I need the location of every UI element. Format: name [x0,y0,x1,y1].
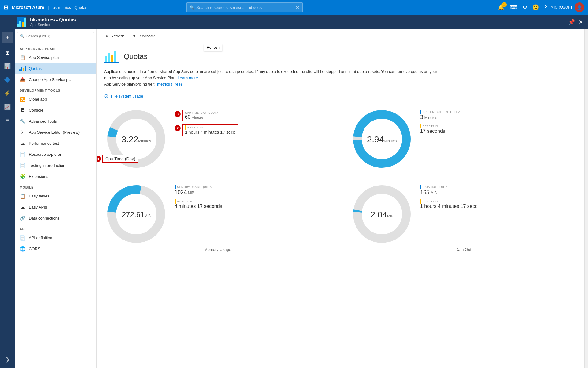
icon-sidebar: + ⊞ 📊 🔷 ⚡ 📈 ≡ ❯ [0,29,15,368]
extensions-icon: 🧩 [20,173,26,179]
sidebar-item-label-change-plan: Change App Service plan [29,77,74,82]
sidebar-item-app-service-editor[interactable]: ⟨/⟩ App Service Editor (Preview) [15,127,96,138]
azure-logo: ⊞ [4,4,8,11]
icon-sidebar-resources[interactable]: 🔷 [1,74,13,86]
icon-sidebar-monitoring[interactable]: 📈 [1,101,13,113]
cors-icon: 🌐 [20,246,26,252]
memory-quota-label: MEMORY USAGE QUOTA [177,186,212,189]
plan-link[interactable]: metrics (Free) [157,82,182,86]
sidebar-search-input-wrapper[interactable]: 🔍 [17,32,94,40]
sidebar-item-resource-explorer[interactable]: 📄 Resource explorer [15,149,96,160]
cpu-day-quota-value: 60 [185,114,190,120]
data-connections-icon: 🔗 [20,215,26,221]
cloud-shell-icon[interactable]: ⌨ [508,3,519,12]
sidebar-item-label-app-service-plan: App Service plan [29,55,59,60]
toolbar: ↻ Refresh ♥ Feedback Refresh [97,29,584,43]
sidebar-item-change-plan[interactable]: 📤 Change App Service plan [15,74,96,85]
bar-chart-logo [17,17,26,27]
notification-badge: 1 [502,2,507,7]
quota-bar-short [420,110,421,114]
search-bar[interactable]: 🔍 ✕ [186,2,303,12]
sidebar-item-api-definition[interactable]: 📄 API definition [15,232,96,243]
icon-sidebar-dashboard[interactable]: ⊞ [1,47,13,59]
search-clear-icon[interactable]: ✕ [296,5,299,10]
sidebar-item-cors[interactable]: 🌐 CORS [15,243,96,254]
app-service-label: App Service [30,23,76,27]
cpu-day-resets-row: 2 RESETS IN: 1 hours 4 minutes 17 seco [175,124,238,136]
sidebar-item-testing-in-production[interactable]: 📄 Testing in production [15,160,96,171]
right-scrollbar[interactable] [584,29,588,368]
section-dev-tools: DEVELOPMENT TOOLS 🔀 Clone app 🖥 Console … [15,85,96,182]
sidebar-item-label-clone: Clone app [29,97,47,102]
sidebar-item-quotas[interactable]: Quotas [15,63,96,74]
memory-resets-value: 4 minutes 17 seconds [175,204,222,209]
feedback-button[interactable]: ♥ Feedback [130,32,159,40]
sidebar-search-field[interactable] [26,34,91,38]
sidebar-item-performance-test[interactable]: ☁ Performance test [15,138,96,149]
sidebar-item-label-testing-in-production: Testing in production [29,163,65,168]
cpu-day-resets-value: 1 hours 4 minutes 17 seco [185,130,235,135]
breadcrumb-separator: | [48,5,49,10]
resets-bar-short [420,124,421,128]
charts-grid: 3.22Minutes 4 Cpu Time (Day) [104,107,577,247]
resets-bar-icon [185,125,186,130]
file-system-link[interactable]: ⊙ File system usage [104,93,577,99]
memory-quota-value: 1024 [175,189,187,195]
icon-sidebar-expand[interactable]: ❯ [1,353,13,366]
data-out-donut-group: 2.04MiB [350,182,414,247]
chart-labels-row: Memory Usage Data Out [104,247,577,252]
svg-rect-2 [111,55,113,63]
add-resource-button[interactable]: + [2,32,13,43]
data-out-center: 2.04MiB [370,210,393,220]
settings-icon[interactable]: ⚙ [521,3,529,12]
sidebar-item-easy-apis[interactable]: ☁ Easy APIs [15,201,96,213]
data-out-value: 2.04 [370,210,387,219]
cpu-day-chart-wrapper: 3.22Minutes 4 Cpu Time (Day) [104,107,168,172]
advanced-tools-icon: 🔧 [20,118,26,124]
memory-quota-value-row: 1024 MiB [175,189,222,196]
close-button[interactable]: ✕ [579,19,583,25]
notifications-icon[interactable]: 🔔 1 [497,3,506,12]
section-title-api: API [15,224,96,232]
section-title-mobile: MOBILE [15,182,96,190]
cpu-day-resets-label: RESETS IN: [187,126,204,129]
user-menu[interactable]: MICROSOFT 👤 [551,2,584,12]
help-icon[interactable]: ? [543,3,548,12]
app-service-plan-icon: 📋 [20,54,26,60]
sidebar-item-label-quotas: Quotas [29,66,42,71]
cpu-day-quota-unit: Minutes [191,116,203,119]
search-input[interactable] [196,5,296,10]
cpu-short-resets-label-row: RESETS IN: [420,124,460,128]
icon-sidebar-list[interactable]: ≡ [1,114,13,126]
sidebar-item-advanced-tools[interactable]: 🔧 Advanced Tools [15,116,96,127]
app-name: bk-metrics - Quotas [30,17,76,23]
icon-sidebar-lightning[interactable]: ⚡ [1,87,13,99]
cpu-day-unit: Minutes [138,139,151,143]
page-meta: App Service plan/pricing tier: metrics (… [104,82,577,86]
page-icon-svg [104,49,119,64]
sidebar-item-easy-tables[interactable]: 📋 Easy tables [15,190,96,201]
change-plan-icon: 📤 [20,76,26,82]
easy-apis-icon: ☁ [20,204,26,210]
cpu-day-quota-value-row: 60 Minutes [185,114,218,120]
icon-sidebar-activity[interactable]: 📊 [1,60,13,72]
sidebar-item-clone-app[interactable]: 🔀 Clone app [15,94,96,105]
pin-button[interactable]: 📌 [568,19,575,25]
refresh-button[interactable]: ↻ Refresh [102,32,128,40]
sidebar-item-data-connections[interactable]: 🔗 Data connections [15,213,96,224]
cpu-short-quota-label: CPU TIME (SHORT) QUOTA [423,110,460,113]
hamburger-menu[interactable]: ☰ [5,18,10,26]
cpu-day-callout-4: 4 Cpu Time (Day) [97,155,138,163]
memory-resets-label-row: RESETS IN: [175,199,222,204]
svg-rect-0 [105,56,107,63]
sidebar-item-app-service-plan[interactable]: 📋 App Service plan [15,52,96,63]
svg-rect-3 [114,51,116,63]
feedback-label: Feedback [137,34,155,38]
cpu-day-info: 3 CPU TIME (DAY) QUOTA 60 Minutes [175,110,238,136]
top-nav-icons: 🔔 1 ⌨ ⚙ 🙂 ? MICROSOFT 👤 [497,2,584,12]
sidebar-item-console[interactable]: 🖥 Console [15,105,96,116]
sidebar-item-extensions[interactable]: 🧩 Extensions [15,171,96,182]
cpu-short-info: CPU TIME (SHORT) QUOTA 3 Minutes RESETS … [420,110,460,134]
learn-more-link[interactable]: Learn more [178,75,198,80]
smiley-icon[interactable]: 🙂 [531,3,540,12]
